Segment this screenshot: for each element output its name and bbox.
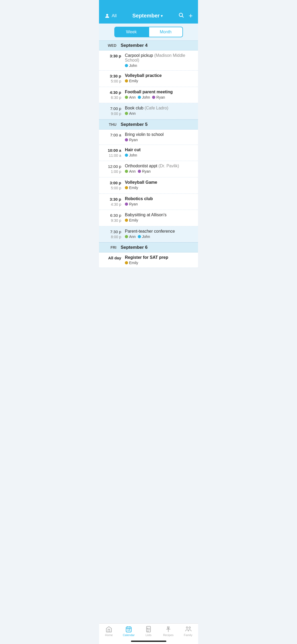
event-time: 3:30 p xyxy=(103,53,121,59)
person-ann: Ann xyxy=(125,95,136,99)
day-of-week: THU xyxy=(103,122,116,127)
person-dot xyxy=(152,96,155,99)
event-time: 7:00 p 9:00 p xyxy=(103,106,121,117)
person-dot xyxy=(138,235,141,238)
event-details: Volleyball practice Emily xyxy=(125,73,194,83)
app-header: All September ▾ + xyxy=(99,0,198,24)
event-time: 3:30 p 5:00 p xyxy=(103,73,121,84)
day-date: September 4 xyxy=(121,43,148,48)
event-row[interactable]: 3:30 p Carpool pickup (Madison Middle Sc… xyxy=(99,50,198,71)
person-dot xyxy=(125,261,128,264)
event-time: 7:30 p 8:00 p xyxy=(103,229,121,240)
person-ryan: Ryan xyxy=(138,169,151,173)
week-toggle-button[interactable]: Week xyxy=(114,27,149,37)
event-people: Ann John Ryan xyxy=(125,95,194,99)
search-icon xyxy=(178,12,184,18)
event-people: Emily xyxy=(125,79,194,83)
events-scroll-area: WED September 4 3:30 p Carpool pickup (M… xyxy=(99,40,198,294)
day-of-week: WED xyxy=(103,43,116,48)
month-selector[interactable]: September ▾ xyxy=(132,13,162,19)
day-date: September 6 xyxy=(121,245,148,250)
event-details: Register for SAT prep Emily xyxy=(125,255,194,265)
person-ann: Ann xyxy=(125,169,136,173)
event-people: Ryan xyxy=(125,138,194,142)
event-row[interactable]: 10:00 a 11:00 a Hair cut John xyxy=(99,145,198,161)
person-john: John xyxy=(125,153,137,157)
event-details: Parent-teacher conference Ann John xyxy=(125,229,194,239)
view-toggle: Week Month xyxy=(99,24,198,40)
event-people: Ann Ryan xyxy=(125,169,194,173)
event-row[interactable]: 3:30 p 5:00 p Volleyball practice Emily xyxy=(99,71,198,87)
month-toggle-button[interactable]: Month xyxy=(149,27,183,37)
person-dot xyxy=(125,112,128,115)
event-row[interactable]: 12:00 p 1:00 p Orthodontist appt (Dr. Pa… xyxy=(99,161,198,177)
person-ryan: Ryan xyxy=(125,202,138,206)
person-dot xyxy=(125,96,128,99)
day-header-fri: FRI September 6 xyxy=(99,242,198,252)
person-dot xyxy=(125,219,128,222)
people-label: All xyxy=(112,13,117,19)
person-ryan: Ryan xyxy=(152,95,165,99)
person-ann: Ann xyxy=(125,111,136,116)
event-details: Volleyball Game Emily xyxy=(125,180,194,190)
event-details: Robotics club Ryan xyxy=(125,196,194,206)
event-row[interactable]: 7:00 p 9:00 p Book club (Cafe Ladro) Ann xyxy=(99,103,198,119)
dropdown-arrow: ▾ xyxy=(161,14,163,18)
event-row[interactable]: 6:30 p 9:30 p Babysitting at Allison's E… xyxy=(99,210,198,226)
event-people: Emily xyxy=(125,218,194,222)
person-john: John xyxy=(125,63,137,68)
event-details: Hair cut John xyxy=(125,148,194,157)
event-people: Ann John xyxy=(125,234,194,239)
event-row[interactable]: All day Register for SAT prep Emily xyxy=(99,252,198,268)
svg-point-1 xyxy=(179,13,182,17)
event-details: Carpool pickup (Madison Middle School) J… xyxy=(125,53,194,68)
event-people: John xyxy=(125,63,194,68)
event-people: John xyxy=(125,153,194,157)
person-dot xyxy=(138,96,141,99)
person-dot xyxy=(125,64,128,67)
event-people: Emily xyxy=(125,261,194,265)
event-row[interactable]: 7:30 p 8:00 p Parent-teacher conference … xyxy=(99,226,198,243)
person-dot xyxy=(125,138,128,141)
person-emily: Emily xyxy=(125,261,138,265)
person-emily: Emily xyxy=(125,218,138,222)
person-john: John xyxy=(138,234,150,239)
event-time: 7:00 a xyxy=(103,132,121,138)
event-details: Babysitting at Allison's Emily xyxy=(125,213,194,222)
people-selector[interactable]: All xyxy=(104,13,117,19)
person-icon xyxy=(104,13,110,19)
event-time: 3:30 p 4:30 p xyxy=(103,196,121,207)
day-date: September 5 xyxy=(121,122,148,127)
person-john: John xyxy=(138,95,150,99)
person-dot xyxy=(125,79,128,82)
event-time: 3:00 p 5:00 p xyxy=(103,180,121,191)
event-details: Book club (Cafe Ladro) Ann xyxy=(125,106,194,116)
event-time: 4:30 p 6:30 p xyxy=(103,90,121,100)
person-dot xyxy=(138,170,141,173)
event-row[interactable]: 7:00 a Bring violin to school Ryan xyxy=(99,130,198,145)
event-details: Orthodontist appt (Dr. Pavlik) Ann Ryan xyxy=(125,164,194,173)
event-time: All day xyxy=(103,255,121,261)
event-row[interactable]: 4:30 p 6:30 p Football parent meeting An… xyxy=(99,87,198,103)
day-header-wed: WED September 4 xyxy=(99,40,198,50)
event-time: 12:00 p 1:00 p xyxy=(103,164,121,174)
search-button[interactable] xyxy=(178,12,184,19)
event-time: 10:00 a 11:00 a xyxy=(103,148,121,158)
event-people: Ryan xyxy=(125,202,194,206)
event-details: Bring violin to school Ryan xyxy=(125,132,194,142)
person-emily: Emily xyxy=(125,186,138,190)
person-emily: Emily xyxy=(125,79,138,83)
event-row[interactable]: 3:30 p 4:30 p Robotics club Ryan xyxy=(99,194,198,210)
day-of-week: FRI xyxy=(103,245,116,250)
current-month: September xyxy=(132,13,159,19)
event-details: Football parent meeting Ann John Ryan xyxy=(125,90,194,99)
svg-point-0 xyxy=(106,14,108,16)
header-actions: + xyxy=(178,12,193,20)
person-ann: Ann xyxy=(125,234,136,239)
event-people: Ann xyxy=(125,111,194,116)
event-row[interactable]: 3:00 p 5:00 p Volleyball Game Emily xyxy=(99,177,198,194)
svg-line-2 xyxy=(182,16,183,17)
event-people: Emily xyxy=(125,186,194,190)
add-button[interactable]: + xyxy=(189,12,193,20)
person-ryan: Ryan xyxy=(125,138,138,142)
